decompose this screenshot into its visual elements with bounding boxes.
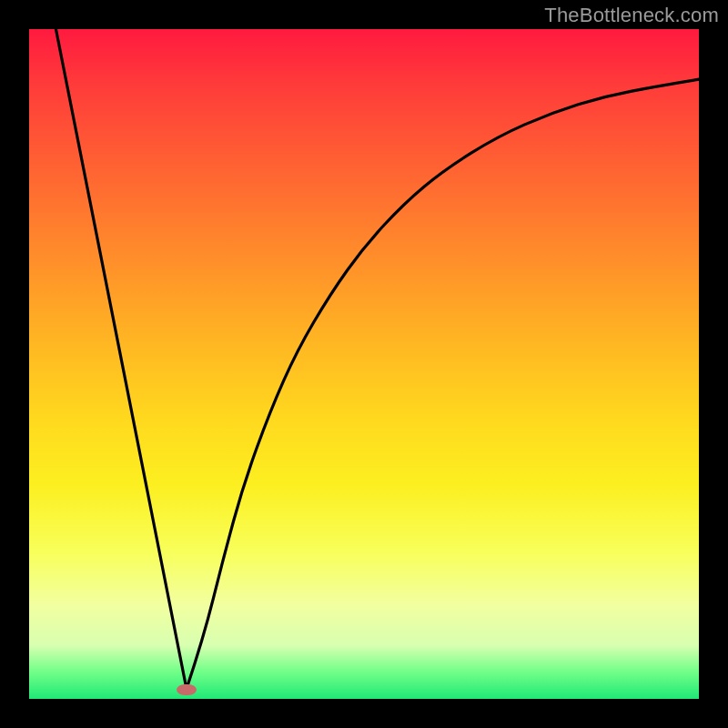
bottleneck-curve	[56, 29, 699, 689]
minimum-marker	[177, 684, 197, 695]
curve-svg	[29, 29, 699, 699]
plot-area	[29, 29, 699, 699]
chart-frame: TheBottleneck.com	[0, 0, 728, 728]
watermark-text: TheBottleneck.com	[544, 4, 719, 27]
